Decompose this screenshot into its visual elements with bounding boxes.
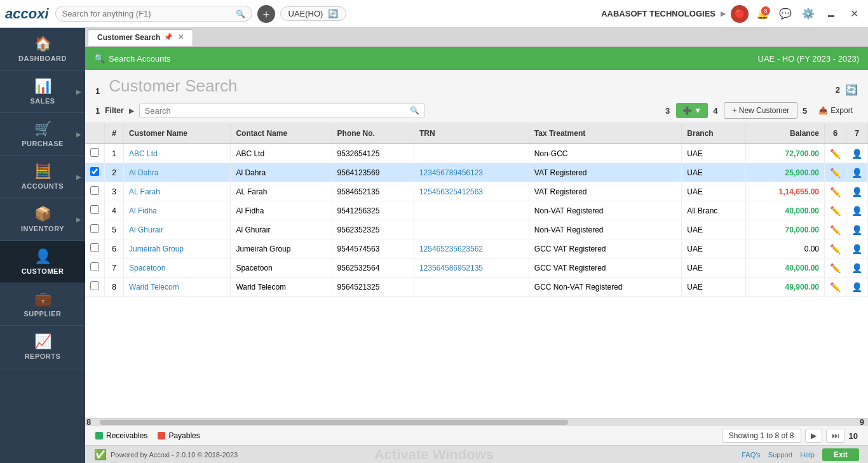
row-checkbox[interactable]	[90, 186, 99, 195]
filter-search-input[interactable]	[145, 106, 410, 116]
row-edit-cell[interactable]: ✏️	[825, 239, 846, 258]
close-icon[interactable]: ✕	[845, 5, 863, 23]
footer-help[interactable]: Help	[800, 451, 815, 459]
user-detail-icon[interactable]: 👤	[851, 149, 862, 159]
row-checkbox[interactable]	[90, 243, 99, 252]
user-avatar[interactable]: 🔴	[731, 5, 749, 23]
tab-customer-search[interactable]: Customer Search 📌 ✕	[88, 29, 193, 46]
minimize-icon[interactable]: 🗕	[822, 5, 840, 23]
row-customer-name[interactable]: Al Dahra	[124, 163, 231, 182]
chat-icon[interactable]: 💬	[776, 5, 794, 23]
row-customer-name[interactable]: ABC Ltd	[124, 144, 231, 163]
sidebar-item-sales[interactable]: 📊 SALES ▶	[0, 70, 85, 113]
row-edit-cell[interactable]: ✏️	[825, 163, 846, 182]
row-num: 3	[105, 182, 124, 201]
edit-icon[interactable]: ✏️	[830, 225, 841, 235]
row-checkbox-cell[interactable]	[85, 239, 105, 258]
row-customer-name[interactable]: Warid Telecom	[124, 278, 231, 297]
edit-icon[interactable]: ✏️	[830, 149, 841, 159]
row-contact-name: AL Farah	[231, 182, 332, 201]
settings-icon[interactable]: ⚙️	[799, 5, 817, 23]
col-header-branch: Branch	[682, 123, 745, 144]
row-checkbox-cell[interactable]	[85, 163, 105, 182]
sidebar-item-dashboard[interactable]: 🏠 DASHBOARD	[0, 28, 85, 70]
user-detail-icon[interactable]: 👤	[851, 263, 862, 273]
row-user-cell[interactable]: 👤	[846, 144, 868, 163]
add-button[interactable]: ＋	[257, 5, 275, 23]
user-detail-icon[interactable]: 👤	[851, 206, 862, 216]
row-user-cell[interactable]: 👤	[846, 239, 868, 258]
customer-icon: 👤	[34, 248, 51, 265]
row-checkbox[interactable]	[90, 167, 99, 176]
search-accounts-label: 🔍 Search Accounts	[94, 53, 171, 64]
row-checkbox-cell[interactable]	[85, 278, 105, 297]
row-user-cell[interactable]: 👤	[846, 220, 868, 239]
company-selector[interactable]: UAE(HO) 🔄	[280, 6, 347, 21]
row-user-cell[interactable]: 👤	[846, 258, 868, 278]
edit-icon[interactable]: ✏️	[830, 263, 841, 273]
horizontal-scrollbar[interactable]: 8 9	[85, 418, 868, 426]
user-detail-icon[interactable]: 👤	[851, 244, 862, 254]
notification-icon[interactable]: 🔔 8	[754, 5, 771, 23]
row-customer-name[interactable]: Jumeirah Group	[124, 239, 231, 258]
user-detail-icon[interactable]: 👤	[851, 187, 862, 197]
row-edit-cell[interactable]: ✏️	[825, 144, 846, 163]
global-search-icon: 🔍	[236, 10, 245, 18]
new-customer-button[interactable]: + New Customer	[724, 102, 797, 119]
row-user-cell[interactable]: 👤	[846, 201, 868, 220]
row-checkbox-cell[interactable]	[85, 258, 105, 278]
add-icon: ➕	[682, 106, 692, 115]
add-customer-button[interactable]: ➕ ▼	[676, 103, 708, 118]
sidebar-item-inventory[interactable]: 📦 INVENTORY ▶	[0, 198, 85, 241]
filter-bar: 1 Filter ▶ 🔍 3 ➕ ▼ 4	[85, 98, 868, 123]
row-checkbox[interactable]	[90, 281, 99, 290]
edit-icon[interactable]: ✏️	[830, 206, 841, 216]
sidebar-item-supplier[interactable]: 💼 SUPPLIER	[0, 283, 85, 326]
edit-icon[interactable]: ✏️	[830, 244, 841, 254]
user-detail-icon[interactable]: 👤	[851, 225, 862, 235]
exit-button[interactable]: Exit	[822, 448, 859, 461]
row-customer-name[interactable]: Al Fidha	[124, 201, 231, 220]
pagination-next-icon[interactable]: ▶	[805, 429, 822, 443]
edit-icon[interactable]: ✏️	[830, 168, 841, 178]
row-edit-cell[interactable]: ✏️	[825, 201, 846, 220]
row-checkbox-cell[interactable]	[85, 182, 105, 201]
row-checkbox-cell[interactable]	[85, 144, 105, 163]
sidebar-item-accounts[interactable]: 🧮 ACCOUNTS ▶	[0, 156, 85, 198]
row-edit-cell[interactable]: ✏️	[825, 182, 846, 201]
row-checkbox[interactable]	[90, 262, 99, 271]
sidebar-item-purchase[interactable]: 🛒 PURCHASE ▶	[0, 113, 85, 156]
footer-faq[interactable]: FAQ's	[742, 451, 761, 459]
user-detail-icon[interactable]: 👤	[851, 282, 862, 292]
row-user-cell[interactable]: 👤	[846, 182, 868, 201]
tab-close-icon[interactable]: ✕	[178, 33, 184, 41]
row-checkbox[interactable]	[90, 148, 99, 157]
edit-icon[interactable]: ✏️	[830, 282, 841, 292]
row-checkbox-cell[interactable]	[85, 220, 105, 239]
sidebar-item-customer[interactable]: 👤 CUSTOMER	[0, 241, 85, 283]
row-checkbox[interactable]	[90, 205, 99, 214]
row-checkbox-cell[interactable]	[85, 201, 105, 220]
footer-support[interactable]: Support	[768, 451, 793, 459]
export-button[interactable]: 📤 Export	[813, 103, 858, 118]
global-search-input[interactable]	[62, 9, 232, 18]
filter-arrow-icon[interactable]: ▶	[129, 107, 134, 115]
scrollbar-thumb[interactable]	[100, 420, 568, 425]
row-user-cell[interactable]: 👤	[846, 163, 868, 182]
user-detail-icon[interactable]: 👤	[851, 168, 862, 178]
refresh-icon[interactable]: 🔄	[845, 84, 858, 96]
row-edit-cell[interactable]: ✏️	[825, 278, 846, 297]
row-user-cell[interactable]: 👤	[846, 278, 868, 297]
row-edit-cell[interactable]: ✏️	[825, 258, 846, 278]
row-checkbox[interactable]	[90, 224, 99, 233]
row-customer-name[interactable]: AL Farah	[124, 182, 231, 201]
pagination-last-icon[interactable]: ⏭	[826, 429, 845, 443]
row-customer-name[interactable]: Al Ghurair	[124, 220, 231, 239]
col-header-checkbox	[85, 123, 105, 144]
edit-icon[interactable]: ✏️	[830, 187, 841, 197]
sidebar-item-reports[interactable]: 📈 REPORTS	[0, 326, 85, 368]
row-edit-cell[interactable]: ✏️	[825, 220, 846, 239]
row-contact-name: Al Fidha	[231, 201, 332, 220]
row-customer-name[interactable]: Spacetoon	[124, 258, 231, 278]
filter-search-icon[interactable]: 🔍	[410, 106, 419, 115]
